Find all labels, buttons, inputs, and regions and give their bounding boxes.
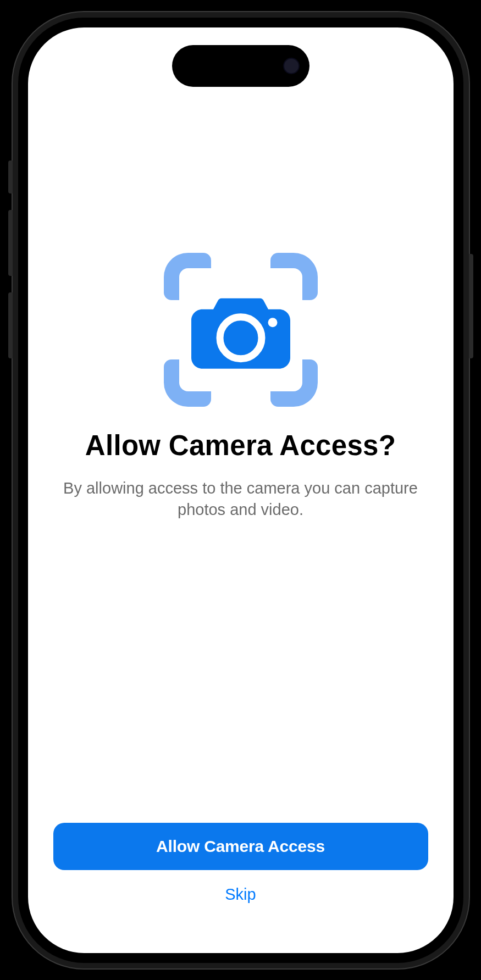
phone-bezel: Allow Camera Access? By allowing access … <box>18 18 463 963</box>
camera-permission-icon <box>164 253 318 407</box>
left-side-buttons <box>8 160 13 375</box>
camera-icon <box>191 292 290 369</box>
dynamic-island <box>172 45 309 87</box>
front-camera-dot <box>283 58 300 74</box>
allow-camera-access-button[interactable]: Allow Camera Access <box>53 823 428 870</box>
right-side-button <box>469 254 473 358</box>
action-footer: Allow Camera Access Skip <box>28 823 454 953</box>
permission-prompt-content: Allow Camera Access? By allowing access … <box>28 27 454 823</box>
skip-button[interactable]: Skip <box>225 885 256 904</box>
svg-point-1 <box>268 318 277 327</box>
permission-description: By allowing access to the camera you can… <box>56 478 426 521</box>
phone-device-frame: Allow Camera Access? By allowing access … <box>13 12 469 968</box>
permission-title: Allow Camera Access? <box>85 429 396 462</box>
phone-screen: Allow Camera Access? By allowing access … <box>28 27 454 953</box>
